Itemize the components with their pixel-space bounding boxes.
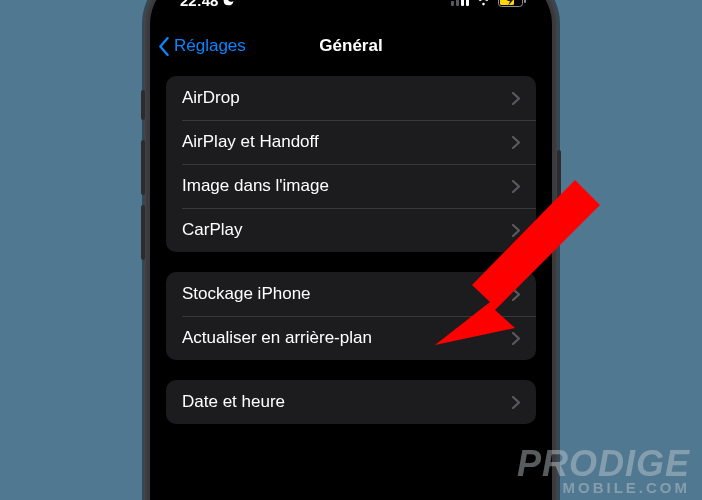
row-label: AirDrop — [182, 88, 240, 108]
svg-rect-2 — [461, 0, 464, 6]
chevron-right-icon — [512, 92, 520, 105]
watermark: PRODIGE MOBILE.COM — [517, 448, 690, 494]
row-airdrop[interactable]: AirDrop — [166, 76, 536, 120]
svg-rect-0 — [451, 1, 454, 6]
svg-rect-3 — [466, 0, 469, 6]
row-iphone-storage[interactable]: Stockage iPhone — [166, 272, 536, 316]
navigation-bar: Réglages Général — [150, 24, 552, 68]
chevron-right-icon — [512, 224, 520, 237]
svg-rect-1 — [456, 0, 459, 6]
row-label: Image dans l'image — [182, 176, 329, 196]
row-airplay-handoff[interactable]: AirPlay et Handoff — [166, 120, 536, 164]
row-picture-in-picture[interactable]: Image dans l'image — [166, 164, 536, 208]
page-title: Général — [150, 36, 552, 56]
power-button — [557, 150, 561, 235]
notch — [261, 0, 441, 8]
row-background-app-refresh[interactable]: Actualiser en arrière-plan — [166, 316, 536, 360]
chevron-right-icon — [512, 136, 520, 149]
status-time: 22:48 — [180, 0, 218, 9]
watermark-line1: PRODIGE — [517, 448, 690, 480]
chevron-right-icon — [512, 396, 520, 409]
mute-switch — [141, 90, 145, 120]
chevron-right-icon — [512, 332, 520, 345]
settings-group: Date et heure — [166, 380, 536, 424]
do-not-disturb-icon — [222, 0, 235, 7]
chevron-right-icon — [512, 288, 520, 301]
battery-charging-icon — [498, 0, 528, 7]
volume-down-button — [141, 205, 145, 260]
row-label: Date et heure — [182, 392, 285, 412]
settings-group: AirDrop AirPlay et Handoff Image dans l'… — [166, 76, 536, 252]
row-label: Stockage iPhone — [182, 284, 311, 304]
row-carplay[interactable]: CarPlay — [166, 208, 536, 252]
wifi-icon — [475, 0, 492, 6]
row-date-time[interactable]: Date et heure — [166, 380, 536, 424]
cellular-signal-icon — [451, 0, 469, 6]
settings-group: Stockage iPhone Actualiser en arrière-pl… — [166, 272, 536, 360]
row-label: CarPlay — [182, 220, 242, 240]
row-label: Actualiser en arrière-plan — [182, 328, 372, 348]
volume-up-button — [141, 140, 145, 195]
phone-frame: 22:48 — [144, 0, 558, 500]
row-label: AirPlay et Handoff — [182, 132, 319, 152]
chevron-right-icon — [512, 180, 520, 193]
svg-rect-6 — [524, 0, 526, 3]
